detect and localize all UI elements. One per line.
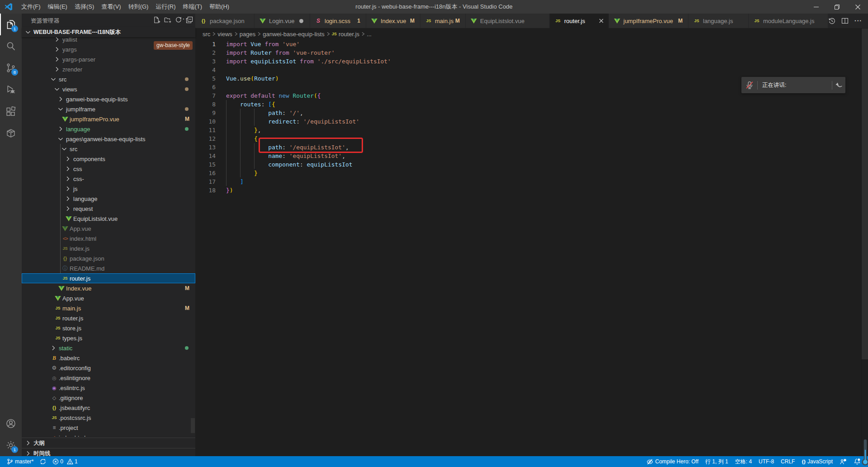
breadcrumb-pages[interactable]: pages: [240, 31, 255, 38]
tree-item-router.js[interactable]: JSrouter.js: [22, 273, 195, 283]
tree-item-index.vue[interactable]: Index.vueM: [22, 283, 195, 293]
tab-equiplistslot.vue[interactable]: EquipListslot.vue: [466, 14, 550, 28]
new-folder-icon[interactable]: [164, 16, 171, 24]
close-tab-icon[interactable]: [598, 17, 605, 24]
tab-main.js[interactable]: JSmain.jsM: [420, 14, 466, 28]
minimize-button[interactable]: [806, 0, 826, 14]
restore-button[interactable]: [826, 0, 847, 14]
code-editor[interactable]: 1import Vue from 'vue'2import Router fro…: [195, 40, 868, 456]
activity-explorer[interactable]: 1: [0, 14, 22, 35]
menu-e[interactable]: 编辑(E): [44, 0, 71, 14]
tree-item-store.js[interactable]: JSstore.js: [22, 323, 195, 333]
activity-search[interactable]: [0, 35, 22, 57]
history-icon[interactable]: [828, 17, 835, 24]
tree-item-index.js[interactable]: JSindex.js: [22, 243, 195, 253]
tree-item-js[interactable]: js: [22, 184, 195, 194]
tab-language.js[interactable]: JSlanguage.js: [689, 14, 749, 28]
tree-item-static[interactable]: static: [22, 343, 195, 353]
new-file-icon[interactable]: [153, 16, 160, 24]
activity-extensions[interactable]: [0, 100, 22, 122]
tree-item-main.js[interactable]: JSmain.jsM: [22, 303, 195, 313]
tab-package.json[interactable]: {}package.json: [195, 14, 255, 28]
tree-item-language[interactable]: language: [22, 194, 195, 204]
tree-item-.project[interactable]: ≡.project: [22, 423, 195, 433]
tree-item-.postcssrc.js[interactable]: JS.postcssrc.js: [22, 413, 195, 423]
menu-h[interactable]: 帮助(H): [206, 0, 233, 14]
menu-v[interactable]: 查看(V): [98, 0, 124, 14]
reply-arrow-icon[interactable]: [835, 81, 843, 89]
tree-item-css-[interactable]: css-: [22, 174, 195, 184]
tree-item-jumpiframepro.vue[interactable]: jumpIframePro.vueM: [22, 114, 195, 124]
tree-item-.jsbeautifyrc[interactable]: {}.jsbeautifyrc: [22, 403, 195, 413]
ellipsis-icon[interactable]: ···: [854, 17, 862, 25]
tree-item-components[interactable]: components: [22, 154, 195, 164]
tree-item-jumpiframe[interactable]: jumpIframe: [22, 104, 195, 114]
status-feedback[interactable]: [840, 458, 847, 465]
breadcrumb-router.js[interactable]: JSrouter.js: [332, 31, 359, 38]
menu-s[interactable]: 选择(S): [71, 0, 98, 14]
tree-item-src[interactable]: src: [22, 144, 195, 154]
tree-item-.eslintignore[interactable]: ◎.eslintignore: [22, 373, 195, 383]
menu-r[interactable]: 运行(R): [152, 0, 179, 14]
activity-package[interactable]: [0, 122, 22, 144]
tree-item-readme.md[interactable]: ⓘREADME.md: [22, 263, 195, 273]
tree-item-css[interactable]: css: [22, 164, 195, 174]
status-encoding[interactable]: UTF-8: [759, 458, 774, 465]
tree-item-language[interactable]: language: [22, 124, 195, 134]
status-indentation[interactable]: 空格: 4: [735, 458, 752, 466]
close-window-button[interactable]: [847, 0, 868, 14]
tree-item-index.html[interactable]: <>index.html: [22, 433, 195, 437]
status-language-mode[interactable]: {}JavaScript: [802, 458, 833, 465]
status-branch[interactable]: master*: [7, 458, 33, 465]
breadcrumb-src[interactable]: src: [203, 31, 210, 38]
tree-item-.editorconfig[interactable]: ⚙.editorconfig: [22, 363, 195, 373]
microphone-muted-icon[interactable]: [745, 81, 754, 90]
tab-jumpiframepro.vue[interactable]: jumpIframePro.vueM: [609, 14, 689, 28]
tree-item-app.vue[interactable]: App.vue: [22, 293, 195, 303]
tab-modulelanguage.js[interactable]: JSmoduleLanguage.js: [749, 14, 828, 28]
tree-item-index.html[interactable]: <>index.html: [22, 234, 195, 243]
status-compile-hero[interactable]: Compile Hero: Off: [646, 458, 698, 465]
tab-login.vue[interactable]: Login.vue: [255, 14, 310, 28]
project-section-header[interactable]: WEBUI-BASE-FRAME---I18N版本: [22, 27, 195, 37]
tree-item-.babelrc[interactable]: B.babelrc: [22, 353, 195, 363]
status-cursor-position[interactable]: 行 1, 列 1: [705, 458, 728, 466]
editor-scrollbar[interactable]: [862, 29, 868, 359]
tree-item-equiplistslot.vue[interactable]: EquipListslot.vue: [22, 214, 195, 224]
menu-f[interactable]: 文件(F): [18, 0, 44, 14]
breadcrumb-ganwei-base-equip-lists[interactable]: ganwei-base-equip-lists: [263, 31, 325, 38]
activity-source-control[interactable]: 8: [0, 57, 22, 79]
tree-item-app.vue[interactable]: App.vue: [22, 224, 195, 234]
tree-item-views[interactable]: views: [22, 84, 195, 94]
refresh-icon[interactable]: [175, 16, 182, 24]
breadcrumb-...[interactable]: ...: [367, 31, 372, 38]
tree-item-request[interactable]: request: [22, 204, 195, 214]
activity-account[interactable]: [0, 413, 22, 434]
tree-item-src[interactable]: src: [22, 74, 195, 84]
status-eol[interactable]: CRLF: [781, 458, 795, 465]
tree-item-router.js[interactable]: JSrouter.js: [22, 313, 195, 323]
tree-item-yargs-parser[interactable]: yargs-parser: [22, 54, 195, 64]
activity-run-debug[interactable]: [0, 79, 22, 100]
menu-t[interactable]: 终端(T): [179, 0, 206, 14]
tree-item-package.json[interactable]: {}package.json: [22, 253, 195, 263]
status-sync[interactable]: [40, 458, 46, 465]
tree-item-pages-ganwei-base-equip-lists[interactable]: pages\ganwei-base-equip-lists: [22, 134, 195, 144]
status-problems[interactable]: 01: [52, 458, 77, 465]
tree-item-zrender[interactable]: zrender: [22, 64, 195, 74]
tree-item-ganwei-base-equip-lists[interactable]: ganwei-base-equip-lists: [22, 94, 195, 104]
tree-item-types.js[interactable]: JStypes.js: [22, 333, 195, 343]
panel-outline[interactable]: 大纲: [22, 438, 195, 448]
tree-item-.eslintrc.js[interactable]: ◉.eslintrc.js: [22, 383, 195, 393]
unsaved-dot-icon[interactable]: [299, 19, 303, 23]
collapse-all-icon[interactable]: [186, 16, 193, 24]
tab-router.js[interactable]: JSrouter.js: [550, 14, 609, 28]
tab-login.scss[interactable]: Slogin.scss1: [310, 14, 366, 28]
tab-index.vue[interactable]: Index.vueM: [366, 14, 420, 28]
menu-g[interactable]: 转到(G): [125, 0, 152, 14]
split-icon[interactable]: [841, 17, 849, 24]
tree-item-.gitignore[interactable]: ◇.gitignore: [22, 393, 195, 403]
breadcrumb-views[interactable]: views: [217, 31, 232, 38]
sidebar-scrollbar[interactable]: [191, 418, 195, 433]
activity-settings[interactable]: 1: [0, 434, 22, 456]
